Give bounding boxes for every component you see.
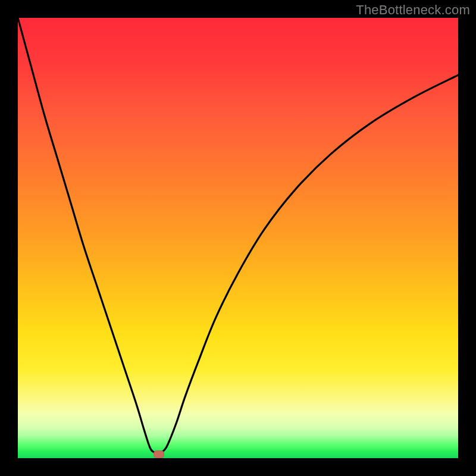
optimal-point-marker (154, 450, 164, 458)
watermark-text: TheBottleneck.com (0, 2, 476, 18)
plot-area (18, 18, 458, 458)
chart-frame: TheBottleneck.com (0, 0, 476, 476)
